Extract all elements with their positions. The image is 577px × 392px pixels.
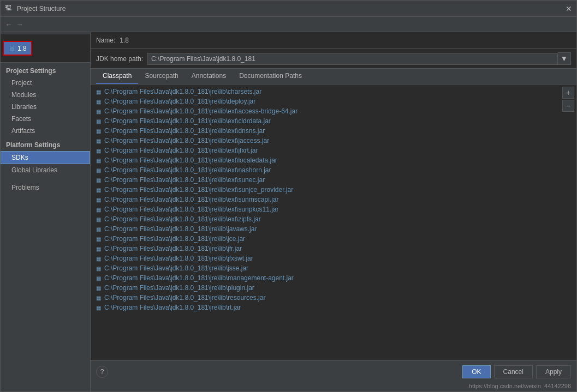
jar-icon: ▦	[96, 207, 101, 213]
name-value: 1.8	[120, 37, 129, 44]
name-label: Name:	[96, 37, 115, 44]
window-title: Project Structure	[17, 5, 566, 13]
jar-icon: ▦	[96, 118, 101, 124]
tab-annotations[interactable]: Annotations	[185, 69, 233, 84]
list-item[interactable]: ▦C:\Program Files\Java\jdk1.8.0_181\jre\…	[91, 116, 576, 126]
forward-button[interactable]: →	[16, 20, 23, 29]
platform-settings-label: Platform Settings	[1, 137, 90, 151]
url-bar: https://blog.csdn.net/weixin_44142296	[91, 383, 576, 391]
jar-icon: ▦	[96, 187, 101, 193]
list-item[interactable]: ▦C:\Program Files\Java\jdk1.8.0_181\jre\…	[91, 195, 576, 204]
classpath-section: ▦C:\Program Files\Java\jdk1.8.0_181\jre\…	[91, 85, 576, 360]
add-path-button[interactable]: +	[562, 87, 574, 99]
title-bar: 🏗 Project Structure ✕	[1, 1, 576, 17]
dialog-buttons: OK Cancel Apply	[462, 365, 571, 378]
list-item[interactable]: ▦C:\Program Files\Java\jdk1.8.0_181\jre\…	[91, 136, 576, 146]
sdk-label: 1.8	[17, 45, 27, 52]
jar-icon: ▦	[96, 216, 101, 222]
list-item[interactable]: ▦C:\Program Files\Java\jdk1.8.0_181\jre\…	[91, 126, 576, 136]
jdk-row: JDK home path: ▼	[91, 49, 576, 69]
jar-icon: ▦	[96, 275, 101, 281]
list-item[interactable]: ▦C:\Program Files\Java\jdk1.8.0_181\jre\…	[91, 224, 576, 234]
jar-icon: ▦	[96, 305, 101, 311]
sidebar: 🖥 1.8 Project Settings Project Modules L…	[1, 32, 91, 391]
classpath-list[interactable]: ▦C:\Program Files\Java\jdk1.8.0_181\jre\…	[91, 85, 576, 360]
jar-icon: ▦	[96, 177, 101, 183]
jar-icon: ▦	[96, 128, 101, 134]
sidebar-item-libraries[interactable]: Libraries	[1, 101, 90, 113]
list-item[interactable]: ▦C:\Program Files\Java\jdk1.8.0_181\jre\…	[91, 165, 576, 175]
list-item[interactable]: ▦C:\Program Files\Java\jdk1.8.0_181\jre\…	[91, 263, 576, 273]
list-item[interactable]: ▦C:\Program Files\Java\jdk1.8.0_181\jre\…	[91, 214, 576, 224]
app-icon: 🏗	[5, 4, 14, 13]
list-item[interactable]: ▦C:\Program Files\Java\jdk1.8.0_181\jre\…	[91, 155, 576, 165]
list-item[interactable]: ▦C:\Program Files\Java\jdk1.8.0_181\jre\…	[91, 303, 576, 312]
jdk-label: JDK home path:	[96, 55, 143, 63]
list-item[interactable]: ▦C:\Program Files\Java\jdk1.8.0_181\jre\…	[91, 97, 576, 106]
list-item[interactable]: ▦C:\Program Files\Java\jdk1.8.0_181\jre\…	[91, 273, 576, 283]
bottom-bar: ? OK Cancel Apply	[91, 360, 576, 383]
close-button[interactable]: ✕	[566, 4, 572, 13]
list-item[interactable]: ▦C:\Program Files\Java\jdk1.8.0_181\jre\…	[91, 234, 576, 244]
sidebar-item-global-libraries[interactable]: Global Libraries	[1, 164, 90, 176]
jar-icon: ▦	[96, 285, 101, 291]
jar-icon: ▦	[96, 99, 101, 105]
sidebar-item-project[interactable]: Project	[1, 77, 90, 89]
sdk-item-18[interactable]: 🖥 1.8	[3, 41, 32, 56]
jar-icon: ▦	[96, 148, 101, 154]
nav-bar: ← →	[1, 17, 576, 32]
list-item[interactable]: ▦C:\Program Files\Java\jdk1.8.0_181\jre\…	[91, 175, 576, 185]
jar-icon: ▦	[96, 167, 101, 173]
help-button[interactable]: ?	[96, 366, 108, 378]
sdk-list-area: 🖥 1.8	[1, 34, 90, 63]
list-item[interactable]: ▦C:\Program Files\Java\jdk1.8.0_181\jre\…	[91, 293, 576, 303]
project-settings-label: Project Settings	[1, 63, 90, 77]
side-action-buttons: + −	[560, 85, 576, 114]
jar-icon: ▦	[96, 295, 101, 301]
sdk-icon: 🖥	[8, 44, 15, 52]
jar-icon: ▦	[96, 246, 101, 252]
jar-icon: ▦	[96, 158, 101, 164]
tab-sourcepath[interactable]: Sourcepath	[138, 69, 185, 84]
apply-button[interactable]: Apply	[536, 365, 571, 378]
remove-path-button[interactable]: −	[562, 100, 574, 112]
cancel-button[interactable]: Cancel	[494, 365, 533, 378]
jar-icon: ▦	[96, 226, 101, 232]
jar-icon: ▦	[96, 108, 101, 114]
list-item[interactable]: ▦C:\Program Files\Java\jdk1.8.0_181\jre\…	[91, 106, 576, 116]
list-item[interactable]: ▦C:\Program Files\Java\jdk1.8.0_181\jre\…	[91, 254, 576, 263]
sidebar-item-artifacts[interactable]: Artifacts	[1, 125, 90, 137]
back-button[interactable]: ←	[5, 20, 13, 29]
jdk-path-input[interactable]	[147, 53, 558, 65]
tab-documentation-paths[interactable]: Documentation Paths	[233, 69, 308, 84]
sidebar-item-modules[interactable]: Modules	[1, 89, 90, 101]
list-item[interactable]: ▦C:\Program Files\Java\jdk1.8.0_181\jre\…	[91, 244, 576, 254]
project-structure-window: 🏗 Project Structure ✕ ← → 🖥 1.8 Project …	[0, 0, 577, 392]
ok-button[interactable]: OK	[462, 365, 490, 378]
jar-icon: ▦	[96, 266, 101, 272]
tabs-bar: Classpath Sourcepath Annotations Documen…	[91, 69, 576, 85]
right-panel: Name: 1.8 JDK home path: ▼ Classpath Sou…	[91, 32, 576, 391]
sidebar-item-facets[interactable]: Facets	[1, 113, 90, 125]
jdk-dropdown-button[interactable]: ▼	[558, 52, 571, 65]
jar-icon: ▦	[96, 89, 101, 95]
jar-icon: ▦	[96, 236, 101, 242]
main-content: 🖥 1.8 Project Settings Project Modules L…	[1, 32, 576, 391]
jar-icon: ▦	[96, 197, 101, 203]
list-item[interactable]: ▦C:\Program Files\Java\jdk1.8.0_181\jre\…	[91, 204, 576, 214]
list-item[interactable]: ▦C:\Program Files\Java\jdk1.8.0_181\jre\…	[91, 283, 576, 293]
tab-classpath[interactable]: Classpath	[96, 69, 138, 84]
list-item[interactable]: ▦C:\Program Files\Java\jdk1.8.0_181\jre\…	[91, 146, 576, 155]
jar-icon: ▦	[96, 256, 101, 262]
list-item[interactable]: ▦C:\Program Files\Java\jdk1.8.0_181\jre\…	[91, 87, 576, 97]
list-item[interactable]: ▦C:\Program Files\Java\jdk1.8.0_181\jre\…	[91, 185, 576, 195]
sidebar-item-problems[interactable]: Problems	[1, 182, 90, 194]
sidebar-item-sdks[interactable]: SDKs	[1, 151, 90, 164]
jar-icon: ▦	[96, 138, 101, 144]
name-row: Name: 1.8	[91, 32, 576, 49]
